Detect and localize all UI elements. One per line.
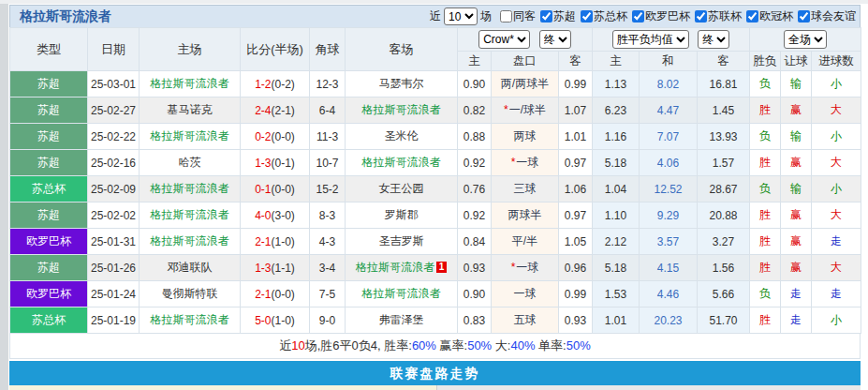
result-handicap: 输 (781, 176, 812, 202)
filter-label: 同客 (513, 8, 536, 24)
euro-home-odds: 1.53 (593, 281, 640, 308)
filter-checkbox[interactable] (500, 10, 512, 22)
team-name: 女王公园 (379, 182, 424, 195)
asian-home-odds: 0.90 (458, 281, 492, 308)
home-team-cell: 格拉斯哥流浪者 (140, 229, 241, 255)
result-wdl: 胜 (750, 202, 781, 229)
date-cell: 25-02-22 (88, 124, 140, 150)
filter-checkbox[interactable] (540, 10, 552, 22)
filter-欧罗巴杯[interactable]: 欧罗巴杯 (632, 8, 690, 24)
sub-col-header: 进球数 (812, 52, 861, 71)
filter-苏总杯[interactable]: 苏总杯 (581, 8, 627, 24)
result-handicap: 赢 (781, 98, 812, 124)
result-handicap: 输 (781, 71, 812, 98)
home-team-cell: 格拉斯哥流浪者 (140, 202, 241, 229)
away-team-cell: 格拉斯哥流浪者 (346, 98, 458, 124)
league-cell: 欧罗巴杯 (10, 281, 88, 308)
result-handicap: 赢 (781, 150, 812, 176)
euro-away-odds: 20.88 (698, 202, 750, 229)
handicap-cell: 两/两球半 (492, 71, 559, 98)
home-team-cell: 格拉斯哥流浪者 (140, 176, 241, 202)
team-name: 格拉斯哥流浪者 (356, 261, 434, 274)
date-cell: 25-01-19 (88, 308, 140, 334)
filter-同客[interactable]: 同客 (500, 8, 536, 24)
team-name: 格拉斯哥流浪者 (151, 129, 229, 142)
away-team-cell: 格拉斯哥流浪者1 (346, 255, 458, 281)
favorite-away-star: * (504, 103, 508, 116)
handicap-cell: 五球 (492, 308, 559, 334)
handicap-cell: *一球 (492, 255, 559, 281)
asian-odds-state-select[interactable]: 终 (539, 30, 571, 49)
corners-cell: 15-2 (310, 176, 346, 202)
asian-home-odds: 0.83 (458, 308, 492, 334)
filter-欧冠杯[interactable]: 欧冠杯 (746, 8, 793, 24)
euro-away-odds: 51.70 (698, 308, 750, 334)
team-name: 圣吉罗斯 (379, 234, 424, 248)
page-left-gutter (0, 0, 9, 390)
summary-segment: 50% (467, 338, 492, 352)
filter-苏超[interactable]: 苏超 (540, 8, 576, 24)
date-cell: 25-02-16 (88, 150, 140, 176)
team-name: 格拉斯哥流浪者 (362, 103, 441, 116)
date-cell: 25-01-26 (88, 255, 140, 281)
filter-checkbox[interactable] (798, 10, 810, 22)
result-handicap: 输 (781, 124, 812, 150)
filter-checkbox[interactable] (695, 10, 707, 22)
filter-苏联杯[interactable]: 苏联杯 (695, 8, 742, 24)
date-cell: 25-02-09 (88, 176, 140, 202)
team-name: 曼彻斯特联 (162, 287, 218, 300)
score-cell: 1-3(0-1) (241, 150, 310, 176)
euro-away-odds: 1.45 (698, 98, 750, 124)
euro-away-odds: 1.56 (698, 255, 750, 281)
asian-home-odds: 0.93 (458, 255, 492, 281)
euro-draw-odds: 12.52 (640, 176, 698, 202)
match-row: 欧罗巴杯25-01-24曼彻斯特联2-1(0-0)7-5格拉斯哥流浪者0.90一… (10, 281, 861, 308)
corners-cell: 9-0 (310, 308, 346, 334)
asian-home-odds: 0.82 (458, 98, 492, 124)
away-team-cell: 圣米伦 (346, 124, 458, 150)
filter-label: 欧罗巴杯 (645, 8, 690, 24)
home-team-cell: 邓迪联队 (140, 255, 241, 281)
europe-odds-state-select[interactable]: 终 (698, 30, 729, 49)
handicap-cell: 两球半 (492, 202, 559, 229)
away-team-cell: 格拉斯哥流浪者 (346, 281, 458, 308)
summary-segment: 大: (492, 338, 510, 352)
result-goals: 大 (812, 98, 861, 124)
sub-col-header: 让球 (781, 52, 812, 71)
home-team-cell: 格拉斯哥流浪者 (140, 71, 241, 98)
team-name: 马瑟韦尔 (379, 77, 424, 90)
euro-home-odds: 5.18 (593, 150, 640, 176)
euro-home-odds: 1.04 (593, 176, 640, 202)
euro-away-odds: 28.67 (698, 176, 750, 202)
asian-away-odds: 0.97 (559, 150, 593, 176)
handicap-cell: 三球 (492, 176, 559, 202)
summary-segment: 50% (566, 338, 591, 352)
filter-checkbox[interactable] (632, 10, 644, 22)
euro-away-odds: 13.93 (698, 124, 750, 150)
col-header-date: 日期 (88, 28, 140, 71)
match-row: 苏超25-03-01格拉斯哥流浪者1-2(0-2)12-3马瑟韦尔0.90两/两… (10, 71, 861, 98)
euro-draw-odds: 20.23 (640, 308, 698, 334)
europe-avg-select[interactable]: 胜平负均值 (612, 30, 689, 49)
filter-label: 苏超 (553, 8, 576, 24)
recent-count-select[interactable]: 10 (444, 8, 478, 25)
sub-col-header: 客 (559, 52, 593, 71)
filter-label: 苏总杯 (594, 8, 627, 24)
bookmaker-select[interactable]: Crow* (478, 30, 530, 49)
near-label: 近 (430, 8, 441, 24)
league-handicap-trend-button[interactable]: 联赛盘路走势 (9, 361, 861, 385)
favorite-away-star: * (511, 156, 516, 169)
away-team-cell: 圣吉罗斯 (346, 229, 458, 255)
filter-checkbox[interactable] (746, 10, 758, 22)
corners-cell: 6-4 (310, 98, 346, 124)
sub-col-header: 盘口 (492, 52, 559, 71)
scope-select[interactable]: 全场 (784, 30, 827, 49)
away-team-cell: 弗雷泽堡 (346, 308, 458, 334)
euro-home-odds: 5.18 (593, 255, 640, 281)
home-team-cell: 格拉斯哥流浪者 (140, 124, 241, 150)
match-history-table: 类型 日期 主场 比分(半场) 角球 客场 Crow* 终 胜平负均值 终 全场… (9, 27, 861, 334)
filter-球会友谊[interactable]: 球会友谊 (798, 8, 856, 24)
filter-checkbox[interactable] (581, 10, 593, 22)
next-section-right-cell (437, 385, 861, 390)
title-bar: 格拉斯哥流浪者 近 10 场 同客苏超苏总杯欧罗巴杯苏联杯欧冠杯球会友谊 (9, 5, 861, 27)
